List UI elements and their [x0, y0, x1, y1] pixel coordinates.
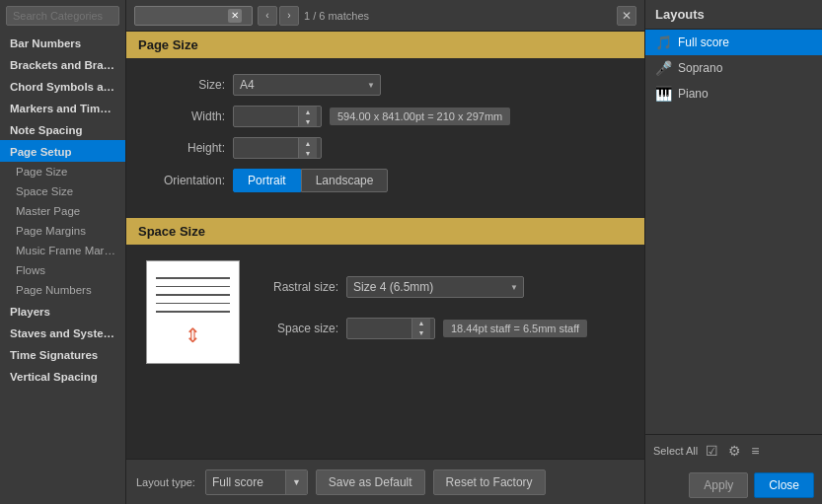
page-size-section-header: Page Size	[126, 32, 644, 58]
space-size-form: Rastral size: Size 4 (6.5mm) Size 0 Size…	[260, 276, 587, 349]
height-spin-down[interactable]: ▼	[299, 148, 317, 158]
layout-item-full-score[interactable]: 🎵 Full score	[645, 30, 822, 55]
full-score-icon: 🎵	[655, 35, 672, 50]
space-label: Space size:	[260, 322, 338, 335]
staff-line-4	[156, 303, 230, 305]
bottom-bar: Layout type: Full score Soprano Piano ▼ …	[126, 459, 644, 504]
save-as-default-button[interactable]: Save as Default	[316, 469, 425, 495]
space-row: Space size: 1.63mm ▲ ▼ 18.44pt staff = 6…	[260, 318, 587, 339]
layout-type-select[interactable]: Full score Soprano Piano	[206, 472, 285, 492]
search-bar-close-button[interactable]: ✕	[617, 6, 636, 26]
width-label: Width:	[146, 109, 225, 123]
space-size-section-header: Space Size	[126, 218, 644, 245]
size-label: Size:	[146, 78, 225, 92]
width-spin-up[interactable]: ▲	[299, 107, 317, 116]
apply-button[interactable]: Apply	[689, 472, 748, 498]
full-score-label: Full score	[678, 36, 729, 49]
sidebar-item-page-numbers[interactable]: Page Numbers	[0, 280, 125, 300]
match-count: 1 / 6 matches	[304, 10, 369, 22]
layout-list-button[interactable]: ≡	[749, 441, 761, 461]
space-input[interactable]: 1.63mm	[347, 319, 411, 338]
sidebar-item-chord-symbols[interactable]: Chord Symbols and Diagrams	[0, 75, 125, 97]
prev-match-button[interactable]: ‹	[258, 6, 277, 26]
right-panel-bottom: Select All ☑ ⚙ ≡	[645, 434, 822, 467]
layout-item-soprano[interactable]: 🎤 Soprano	[645, 55, 822, 81]
sidebar-item-page-setup[interactable]: Page Setup	[0, 140, 125, 162]
layout-dropdown-button[interactable]: ▼	[285, 470, 307, 494]
sidebar-item-master-page[interactable]: Master Page	[0, 201, 125, 221]
main-content: size ✕ ‹ › 1 / 6 matches ✕ Page Size Siz…	[126, 0, 644, 504]
rastral-select-wrapper: Size 4 (6.5mm) Size 0 Size 1	[346, 276, 524, 298]
search-input[interactable]: size	[140, 10, 224, 22]
rastral-label: Rastral size:	[260, 280, 338, 294]
settings-area: Page Size Size: A4 A3 Letter Width:	[126, 32, 644, 459]
sidebar-item-markers[interactable]: Markers and Timecode	[0, 97, 125, 118]
size-select[interactable]: A4 A3 Letter	[233, 74, 381, 96]
space-spin-buttons: ▲ ▼	[411, 319, 430, 338]
search-input-wrapper: size ✕	[134, 6, 253, 26]
sidebar-item-page-size[interactable]: Page Size	[0, 162, 125, 181]
size-row: Size: A4 A3 Letter	[146, 74, 625, 96]
width-spin-buttons: ▲ ▼	[298, 107, 317, 126]
close-button[interactable]: Close	[754, 472, 814, 498]
layout-select-wrapper: Full score Soprano Piano ▼	[205, 469, 308, 495]
sidebar-item-space-size[interactable]: Space Size	[0, 181, 125, 201]
search-categories-input[interactable]	[6, 6, 119, 26]
sidebar: Bar Numbers Brackets and Braces Chord Sy…	[0, 0, 126, 504]
sidebar-item-page-margins[interactable]: Page Margins	[0, 221, 125, 241]
space-input-wrapper: 1.63mm ▲ ▼	[346, 318, 435, 339]
height-input-wrapper: 296.69mm ▲ ▼	[233, 137, 322, 159]
staff-lines	[156, 277, 230, 320]
sidebar-item-players[interactable]: Players	[0, 300, 125, 322]
landscape-button[interactable]: Landscape	[301, 169, 389, 192]
page-size-section-content: Size: A4 A3 Letter Width: 209.55mm	[126, 58, 644, 218]
sidebar-item-time-signatures[interactable]: Time Signatures	[0, 343, 125, 365]
right-panel-actions: Apply Close	[645, 467, 822, 504]
layout-settings-button[interactable]: ⚙	[726, 441, 743, 461]
size-select-wrapper: A4 A3 Letter	[233, 74, 381, 96]
sidebar-item-brackets[interactable]: Brackets and Braces	[0, 53, 125, 75]
layout-item-piano[interactable]: 🎹 Piano	[645, 81, 822, 107]
width-spin-down[interactable]: ▼	[299, 116, 317, 126]
staff-line-5	[156, 311, 230, 313]
right-panel: Layouts 🎵 Full score 🎤 Soprano 🎹 Piano S…	[644, 0, 822, 504]
height-input[interactable]: 296.69mm	[234, 138, 298, 158]
height-label: Height:	[146, 141, 225, 155]
width-input-wrapper: 209.55mm ▲ ▼	[233, 106, 322, 127]
orientation-buttons: Portrait Landscape	[233, 169, 388, 192]
width-row: Width: 209.55mm ▲ ▼ 594.00 x 841.00pt = …	[146, 106, 625, 127]
layout-type-label: Layout type:	[136, 476, 195, 488]
portrait-button[interactable]: Portrait	[233, 169, 301, 192]
height-spin-buttons: ▲ ▼	[298, 138, 317, 158]
sidebar-item-bar-numbers[interactable]: Bar Numbers	[0, 32, 125, 53]
width-input[interactable]: 209.55mm	[234, 107, 298, 126]
sidebar-item-note-spacing[interactable]: Note Spacing	[0, 118, 125, 140]
sidebar-search-area	[0, 0, 125, 32]
sidebar-item-flows[interactable]: Flows	[0, 260, 125, 280]
staff-line-3	[156, 294, 230, 296]
space-spin-down[interactable]: ▼	[412, 328, 430, 338]
sidebar-item-music-frame-margins[interactable]: Music Frame Margins	[0, 241, 125, 260]
select-all-button[interactable]: ☑	[704, 441, 720, 461]
orientation-label: Orientation:	[146, 174, 225, 187]
reset-to-factory-button[interactable]: Reset to Factory	[433, 469, 546, 495]
piano-label: Piano	[678, 87, 709, 101]
soprano-label: Soprano	[678, 61, 722, 75]
piano-icon: 🎹	[655, 86, 672, 102]
sidebar-item-staves-systems[interactable]: Staves and Systems	[0, 322, 125, 343]
search-clear-button[interactable]: ✕	[228, 9, 242, 23]
height-row: Height: 296.69mm ▲ ▼	[146, 137, 625, 159]
sidebar-item-vertical-spacing[interactable]: Vertical Spacing	[0, 365, 125, 387]
space-spin-up[interactable]: ▲	[412, 319, 430, 328]
nav-arrows: ‹ ›	[258, 6, 299, 26]
staff-arrows: ⇕	[185, 324, 201, 347]
search-bar: size ✕ ‹ › 1 / 6 matches ✕	[126, 0, 644, 32]
next-match-button[interactable]: ›	[279, 6, 299, 26]
height-spin-up[interactable]: ▲	[299, 138, 317, 148]
right-panel-spacer	[645, 107, 822, 434]
layouts-header: Layouts	[645, 0, 822, 30]
select-all-label: Select All	[653, 445, 698, 457]
space-size-section-content: ⇕ Rastral size: Size 4 (6.5mm) Size 0 Si…	[126, 245, 644, 380]
app-container: Bar Numbers Brackets and Braces Chord Sy…	[0, 0, 822, 504]
rastral-select[interactable]: Size 4 (6.5mm) Size 0 Size 1	[346, 276, 524, 298]
